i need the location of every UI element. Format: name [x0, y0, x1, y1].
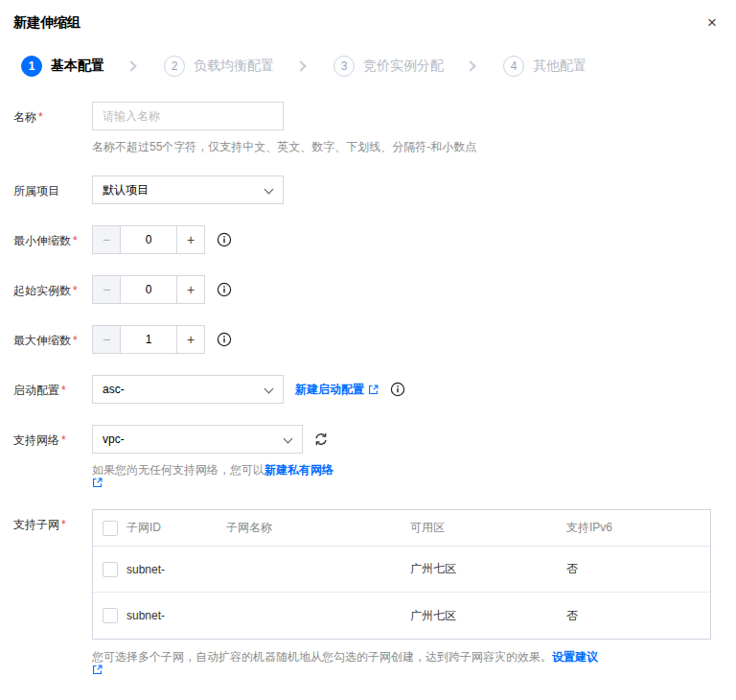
step-number: 4	[503, 56, 524, 77]
launch-config-select-value: asc-	[103, 383, 125, 396]
select-all-checkbox[interactable]	[103, 521, 118, 536]
chevron-down-icon	[264, 185, 274, 195]
step-label: 其他配置	[533, 58, 586, 75]
subnet-zone: 广州七区	[410, 608, 566, 624]
initial-size-row: 起始实例数* − +	[13, 275, 736, 304]
subnet-id: subnet-	[126, 609, 165, 622]
step-spot-instance-config: 3 竞价实例分配	[334, 56, 444, 77]
step-basic-config: 1 基本配置	[21, 56, 104, 77]
refresh-icon[interactable]	[313, 432, 329, 447]
network-select-value: vpc-	[103, 432, 125, 446]
external-link-icon	[368, 385, 379, 395]
required-mark: *	[38, 110, 43, 124]
project-label: 所属项目	[13, 175, 92, 204]
launch-config-row: 启动配置* asc- 新建启动配置	[13, 375, 736, 404]
network-select[interactable]: vpc-	[92, 425, 303, 454]
name-row: 名称* 名称不超过55个字符，仅支持中文、英文、数字、下划线、分隔符-和小数点	[13, 102, 736, 154]
network-label: 支持网络*	[13, 425, 92, 488]
subnet-checkbox[interactable]	[103, 562, 118, 577]
chevron-down-icon	[264, 385, 274, 394]
step-number: 1	[21, 56, 42, 77]
network-row: 支持网络* vpc- 如果您尚无任何支持网络，您可以新建私有网络	[13, 425, 736, 488]
chevron-right-icon	[126, 60, 136, 71]
step-label: 竞价实例分配	[363, 58, 444, 75]
max-size-stepper: − +	[92, 325, 205, 354]
launch-config-select[interactable]: asc-	[92, 375, 284, 404]
required-mark: *	[61, 384, 66, 397]
step-label: 负载均衡配置	[194, 58, 274, 75]
max-size-label: 最大伸缩数*	[13, 325, 92, 354]
initial-size-label: 起始实例数*	[13, 275, 92, 304]
minus-button[interactable]: −	[92, 275, 121, 304]
external-link-icon	[92, 665, 711, 675]
max-size-value[interactable]	[121, 325, 176, 354]
subnet-label: 支持子网*	[13, 509, 92, 675]
step-number: 2	[164, 56, 185, 77]
step-load-balancer-config: 2 负载均衡配置	[164, 56, 274, 77]
project-row: 所属项目 默认项目	[13, 175, 736, 204]
info-icon[interactable]	[390, 382, 405, 397]
subnet-table-header: 子网ID 子网名称 可用区 支持IPv6	[93, 510, 710, 547]
network-help-text: 如果您尚无任何支持网络，您可以新建私有网络	[92, 462, 337, 488]
external-link-icon	[92, 478, 337, 488]
subnet-id: subnet-	[126, 563, 165, 576]
info-icon[interactable]	[217, 232, 232, 247]
plus-button[interactable]: +	[176, 325, 205, 354]
name-input[interactable]	[92, 102, 284, 130]
create-launch-config-link[interactable]: 新建启动配置	[295, 382, 379, 398]
required-mark: *	[73, 234, 78, 247]
project-select[interactable]: 默认项目	[92, 175, 284, 204]
required-mark: *	[61, 433, 66, 447]
min-size-label: 最小伸缩数*	[13, 225, 92, 254]
column-header: 可用区	[410, 520, 566, 536]
subnet-zone: 广州七区	[410, 561, 566, 577]
subnet-row: 支持子网* 子网ID 子网名称 可用区 支持IPv6 subnet-	[13, 509, 736, 675]
required-mark: *	[73, 334, 78, 347]
table-row: subnet- 广州七区 否	[93, 547, 710, 593]
subnet-table: 子网ID 子网名称 可用区 支持IPv6 subnet- 广州七区 否	[92, 509, 711, 640]
table-row: subnet- 广州七区 否	[93, 593, 710, 639]
project-select-value: 默认项目	[103, 182, 149, 198]
step-other-config: 4 其他配置	[503, 56, 586, 77]
subnet-ipv6: 否	[566, 561, 710, 577]
subnet-ipv6: 否	[566, 608, 710, 624]
modal-header: 新建伸缩组 ×	[0, 0, 736, 32]
page-title: 新建伸缩组	[13, 14, 80, 32]
info-icon[interactable]	[217, 282, 232, 297]
column-header: 支持IPv6	[566, 520, 710, 536]
plus-button[interactable]: +	[176, 275, 205, 304]
chevron-right-icon	[465, 60, 475, 71]
name-label: 名称*	[13, 102, 92, 154]
subnet-checkbox[interactable]	[103, 608, 118, 623]
launch-config-label: 启动配置*	[13, 375, 92, 404]
basic-config-form: 名称* 名称不超过55个字符，仅支持中文、英文、数字、下划线、分隔符-和小数点 …	[13, 102, 736, 675]
minus-button[interactable]: −	[92, 325, 121, 354]
chevron-right-icon	[295, 60, 306, 71]
name-help-text: 名称不超过55个字符，仅支持中文、英文、数字、下划线、分隔符-和小数点	[92, 139, 476, 154]
max-size-row: 最大伸缩数* − +	[13, 325, 736, 354]
minus-button[interactable]: −	[92, 225, 121, 254]
subnet-help-text: 您可选择多个子网，自动扩容的机器随机地从您勾选的子网创建，达到跨子网容灾的效果。…	[92, 649, 711, 675]
column-header: 子网名称	[226, 520, 410, 536]
required-mark: *	[73, 284, 78, 297]
initial-size-value[interactable]	[121, 275, 176, 304]
step-label: 基本配置	[51, 58, 104, 75]
min-size-row: 最小伸缩数* − +	[13, 225, 736, 254]
close-icon[interactable]: ×	[703, 14, 721, 32]
step-number: 3	[334, 56, 355, 77]
column-header: 子网ID	[126, 520, 161, 536]
step-indicator: 1 基本配置 2 负载均衡配置 3 竞价实例分配 4 其他配置	[21, 56, 736, 77]
min-size-value[interactable]	[121, 225, 176, 254]
initial-size-stepper: − +	[92, 275, 205, 304]
required-mark: *	[61, 518, 66, 531]
min-size-stepper: − +	[92, 225, 205, 254]
plus-button[interactable]: +	[176, 225, 205, 254]
chevron-down-icon	[284, 434, 293, 444]
info-icon[interactable]	[217, 332, 232, 347]
